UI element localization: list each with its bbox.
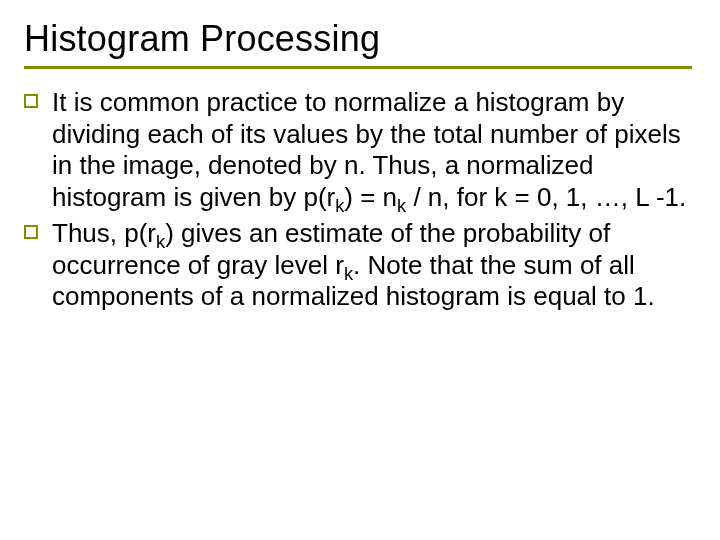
bullet-text: Thus, p(rk) gives an estimate of the pro…: [52, 218, 692, 313]
bullet-item: Thus, p(rk) gives an estimate of the pro…: [24, 218, 692, 313]
bullet-list: It is common practice to normalize a his…: [24, 87, 692, 313]
slide-title: Histogram Processing: [24, 18, 692, 60]
bullet-item: It is common practice to normalize a his…: [24, 87, 692, 214]
slide: Histogram Processing It is common practi…: [0, 0, 720, 540]
square-bullet-icon: [24, 225, 38, 239]
bullet-text: It is common practice to normalize a his…: [52, 87, 692, 214]
square-bullet-icon: [24, 94, 38, 108]
title-underline: [24, 66, 692, 69]
